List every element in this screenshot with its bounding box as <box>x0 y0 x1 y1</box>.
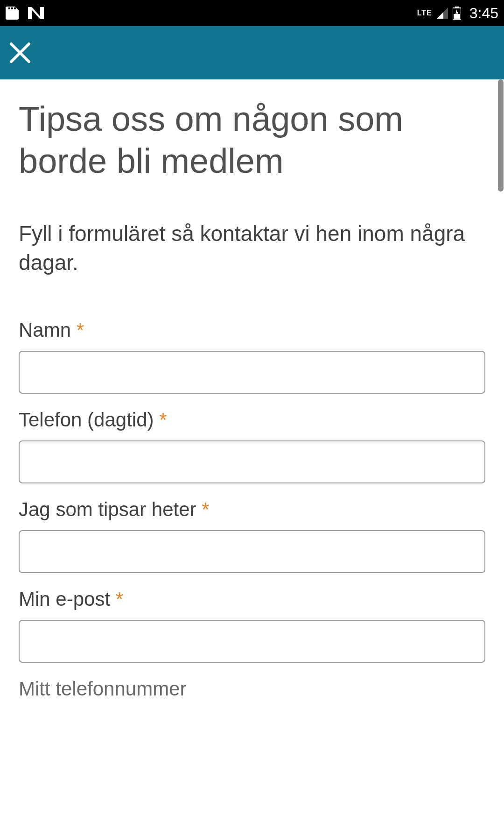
content: Tipsa oss om någon som borde bli medlem … <box>0 79 504 700</box>
form-group-tipster-name: Jag som tipsar heter * <box>19 498 485 573</box>
close-icon <box>9 42 31 64</box>
n-icon <box>28 7 44 20</box>
status-right: LTE 3:45 <box>417 5 498 22</box>
label-phone: Telefon (dagtid) * <box>19 409 485 431</box>
label-text: Namn <box>19 319 71 341</box>
label-name: Namn * <box>19 319 485 341</box>
status-left <box>6 7 44 20</box>
scroll-indicator[interactable] <box>498 79 504 192</box>
status-time: 3:45 <box>469 5 498 22</box>
input-email[interactable] <box>19 620 485 663</box>
input-phone[interactable] <box>19 440 485 483</box>
label-text: Telefon (dagtid) <box>19 409 154 431</box>
required-mark: * <box>77 319 84 341</box>
sd-card-icon <box>6 7 19 20</box>
label-text: Min e-post <box>19 588 110 610</box>
required-mark: * <box>202 498 209 520</box>
status-bar: LTE 3:45 <box>0 0 504 26</box>
label-tipster-name: Jag som tipsar heter * <box>19 498 485 521</box>
form-group-phone: Telefon (dagtid) * <box>19 409 485 483</box>
label-my-phone: Mitt telefonnummer <box>19 678 485 700</box>
input-tipster-name[interactable] <box>19 530 485 573</box>
form-group-name: Namn * <box>19 319 485 394</box>
close-button[interactable] <box>8 41 32 64</box>
form-group-email: Min e-post * <box>19 588 485 663</box>
label-text: Jag som tipsar heter <box>19 498 196 520</box>
signal-icon <box>437 7 448 19</box>
input-name[interactable] <box>19 351 485 394</box>
required-mark: * <box>116 588 123 610</box>
required-mark: * <box>159 409 167 431</box>
page-title: Tipsa oss om någon som borde bli medlem <box>19 98 485 183</box>
battery-icon <box>453 7 461 20</box>
form-group-my-phone: Mitt telefonnummer <box>19 678 485 700</box>
app-bar <box>0 26 504 79</box>
label-text: Mitt telefonnummer <box>19 678 186 700</box>
label-email: Min e-post * <box>19 588 485 610</box>
page-subtitle: Fyll i formuläret så kontaktar vi hen in… <box>19 219 485 277</box>
lte-label: LTE <box>417 9 432 17</box>
